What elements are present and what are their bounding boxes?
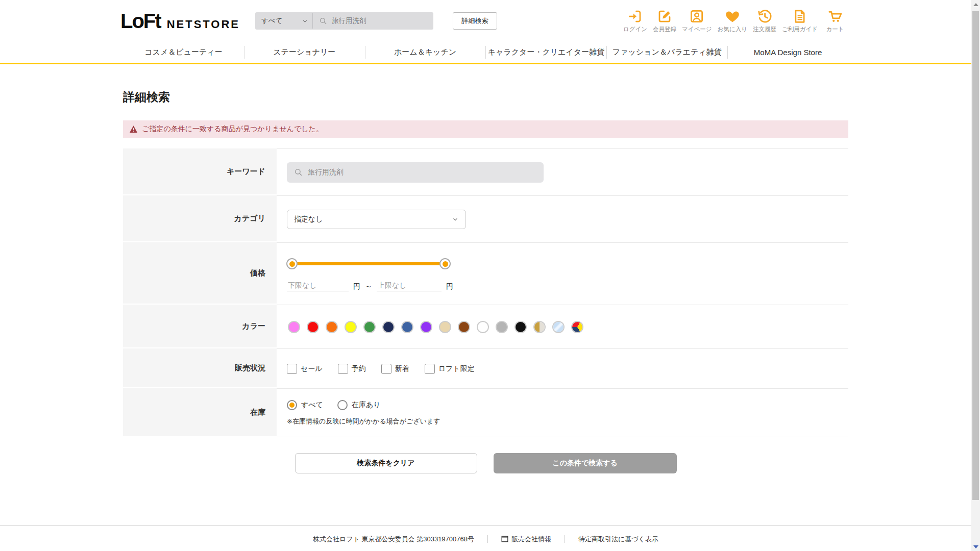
price-min-input[interactable] [287, 280, 349, 291]
guide-link[interactable]: ご利用ガイド [782, 9, 818, 33]
keyword-input-wrap [287, 162, 544, 183]
register-icon [657, 9, 672, 24]
stock-options: すべて 在庫あり [287, 400, 848, 410]
warning-icon [130, 126, 137, 133]
nav-item-home-kitchen[interactable]: ホーム＆キッチン [365, 42, 486, 63]
color-swatch-green[interactable] [364, 322, 375, 332]
checkbox-new[interactable]: 新着 [381, 364, 409, 374]
search-category-select[interactable]: すべて [255, 12, 312, 30]
radio-button[interactable] [287, 400, 297, 410]
price-unit: 円 [353, 282, 360, 291]
clear-conditions-button[interactable]: 検索条件をクリア [295, 453, 477, 473]
color-swatch-multicolor[interactable] [572, 322, 582, 332]
top-bar: LoFt NETSTORE すべて 詳細検索 [0, 0, 971, 42]
nav-item-character-creator[interactable]: キャラクター・クリエイター雑貨 [485, 42, 606, 63]
form-actions: 検索条件をクリア この条件で検索する [123, 453, 848, 473]
search-category-value: すべて [261, 16, 282, 26]
price-separator: ～ [365, 282, 372, 291]
category-select[interactable]: 指定なし [287, 210, 466, 229]
footer-link-seller-info[interactable]: 販売会社情報 [501, 535, 551, 544]
quicklink-label: ご利用ガイド [782, 26, 818, 33]
color-swatch-navy[interactable] [383, 322, 394, 332]
price-slider-max-handle[interactable] [439, 258, 451, 269]
footer-link-commercial-law[interactable]: 特定商取引法に基づく表示 [578, 535, 658, 544]
radio-all[interactable]: すべて [287, 400, 323, 410]
header-search-input[interactable] [332, 17, 429, 25]
color-swatch-white[interactable] [478, 322, 488, 332]
color-swatch-gold-silver[interactable] [534, 322, 545, 332]
color-swatch-clear[interactable] [553, 322, 564, 332]
search-icon [294, 168, 303, 177]
footer-separator [487, 535, 488, 543]
header-search-bar: すべて 詳細検索 [255, 12, 497, 30]
search-form: キーワード カテゴリ 指定なし [123, 148, 848, 437]
checkbox-label: セール [301, 364, 323, 373]
quicklink-label: ログイン [623, 26, 647, 33]
checkbox-sale[interactable]: セール [287, 364, 323, 374]
radio-button[interactable] [337, 400, 348, 410]
color-swatch-beige[interactable] [440, 322, 450, 332]
category-row: カテゴリ 指定なし [123, 195, 848, 242]
quicklink-label: カート [826, 26, 844, 33]
color-swatch-pink[interactable] [289, 322, 299, 332]
color-swatch-black[interactable] [516, 322, 526, 332]
register-link[interactable]: 会員登録 [653, 9, 676, 33]
order-history-icon [757, 9, 772, 24]
color-swatch-red[interactable] [308, 322, 318, 332]
checkbox-loft-exclusive[interactable]: ロフト限定 [425, 364, 475, 374]
quicklink-label: 会員登録 [653, 26, 676, 33]
category-label: カテゴリ [123, 195, 277, 242]
nav-item-moma-design-store[interactable]: MoMA Design Store [727, 42, 848, 63]
checkbox-label: ロフト限定 [438, 364, 475, 373]
color-swatch-purple[interactable] [421, 322, 431, 332]
category-nav: コスメ＆ビューティー ステーショナリー ホーム＆キッチン キャラクター・クリエイ… [0, 42, 971, 64]
color-swatch-brown[interactable] [459, 322, 469, 332]
radio-in-stock[interactable]: 在庫あり [337, 400, 381, 410]
chevron-down-icon [452, 216, 459, 223]
vertical-scrollbar[interactable] [971, 0, 980, 551]
search-with-conditions-button[interactable]: この条件で検索する [494, 453, 677, 473]
favorites-link[interactable]: お気に入り [718, 9, 747, 33]
nav-item-cosme-beauty[interactable]: コスメ＆ビューティー [123, 42, 244, 63]
stock-note: ※在庫情報の反映に時間がかかる場合がございます [287, 417, 848, 426]
radio-label: すべて [301, 400, 323, 410]
scrollbar-down-arrow[interactable] [971, 542, 980, 551]
nav-item-stationery[interactable]: ステーショナリー [244, 42, 365, 63]
mypage-icon [689, 9, 704, 24]
cart-link[interactable]: カート [823, 9, 847, 33]
logo-netstore-text: NETSTORE [167, 18, 240, 31]
price-slider-min-handle[interactable] [286, 258, 298, 269]
keyword-label: キーワード [123, 148, 277, 195]
checkbox-box[interactable] [381, 364, 391, 374]
nav-item-fashion-variety[interactable]: ファッション＆バラエティ雑貨 [606, 42, 727, 63]
price-row: 価格 円 ～ 円 [123, 242, 848, 305]
login-icon [627, 9, 643, 24]
mypage-link[interactable]: マイページ [682, 9, 712, 33]
keyword-input[interactable] [308, 168, 522, 177]
sale-status-row: 販売状況 セール 予約 新着 [123, 348, 848, 388]
price-slider-track[interactable] [292, 262, 445, 265]
checkbox-box[interactable] [425, 364, 435, 374]
checkbox-preorder[interactable]: 予約 [338, 364, 366, 374]
scrollbar-thumb[interactable] [972, 11, 979, 500]
price-max-input[interactable] [377, 280, 442, 291]
footer-separator [565, 535, 565, 543]
category-select-value: 指定なし [294, 215, 323, 224]
login-link[interactable]: ログイン [623, 9, 647, 33]
quicklink-label: お気に入り [718, 26, 747, 33]
color-swatch-blue[interactable] [402, 322, 412, 332]
color-row: カラー [123, 305, 848, 348]
color-swatch-yellow[interactable] [346, 322, 356, 332]
page: LoFt NETSTORE すべて 詳細検索 [0, 0, 971, 551]
color-swatch-gray[interactable] [497, 322, 507, 332]
stock-label: 在庫 [123, 388, 277, 437]
checkbox-label: 予約 [352, 364, 366, 373]
order-history-link[interactable]: 注文履歴 [753, 9, 776, 33]
checkbox-box[interactable] [287, 364, 297, 374]
color-swatch-orange[interactable] [327, 322, 337, 332]
checkbox-box[interactable] [338, 364, 348, 374]
price-label: 価格 [123, 242, 277, 305]
advanced-search-button[interactable]: 詳細検索 [453, 12, 497, 30]
scrollbar-up-arrow[interactable] [971, 0, 980, 9]
loft-logo[interactable]: LoFt NETSTORE [120, 10, 240, 33]
